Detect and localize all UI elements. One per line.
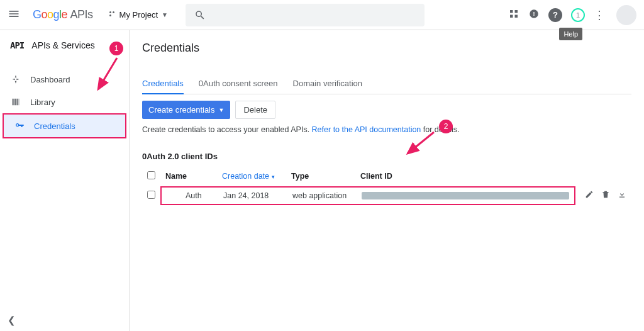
more-vert-icon[interactable]: ⋮ — [594, 8, 605, 22]
svg-point-1 — [113, 11, 114, 13]
sort-desc-icon: ▾ — [272, 174, 275, 180]
account-badge[interactable]: 1 — [571, 8, 585, 22]
annotation-badge-2: 2 — [439, 120, 453, 133]
oauth-section-title: 0Auth 2.0 client IDs — [142, 152, 631, 161]
chevron-down-icon: ▼ — [162, 11, 168, 18]
svg-point-2 — [109, 14, 111, 16]
help-tooltip: Help — [559, 28, 582, 40]
svg-text:!: ! — [533, 11, 535, 17]
svg-line-5 — [98, 58, 117, 89]
key-icon — [14, 121, 25, 131]
library-icon — [10, 97, 21, 107]
col-created-sort[interactable]: Creation date ▾ — [217, 167, 286, 185]
tab-credentials[interactable]: Credentials — [142, 74, 184, 94]
api-logo-icon: API — [10, 40, 24, 50]
help-icon[interactable]: ? — [548, 8, 562, 22]
sidebar-item-label: Dashboard — [30, 75, 70, 84]
page-title: Credentials — [142, 42, 631, 55]
header-right-actions: ! ? 1 ⋮ — [508, 5, 636, 25]
cell-client-id — [362, 191, 569, 200]
chevron-down-icon: ▼ — [219, 107, 225, 113]
tab-oauth-consent[interactable]: 0Auth consent screen — [199, 74, 278, 94]
cell-name: Auth — [167, 191, 223, 200]
svg-point-0 — [109, 11, 111, 13]
project-selector[interactable]: My Project ▼ — [103, 10, 168, 20]
project-dots-icon — [108, 10, 116, 20]
delete-button[interactable]: Delete — [235, 101, 275, 119]
project-name: My Project — [119, 10, 158, 20]
table-row[interactable]: Auth Jan 24, 2018 web application — [142, 185, 631, 206]
select-all-checkbox[interactable] — [147, 171, 155, 179]
google-logo: Google APIs — [33, 8, 93, 21]
annotation-badge-1: 1 — [109, 42, 123, 55]
col-client-id: Client ID — [355, 167, 575, 185]
svg-line-6 — [408, 132, 434, 154]
top-header: Google APIs My Project ▼ ! ? 1 ⋮ — [0, 0, 644, 30]
sidebar-title: APIs & Services — [31, 40, 94, 50]
avatar[interactable] — [616, 5, 636, 25]
col-name: Name — [160, 167, 217, 185]
collapse-sidebar-button[interactable]: ❮ — [8, 315, 16, 326]
hint-text: Create credentials to access your enable… — [142, 125, 631, 134]
notifications-icon[interactable]: ! — [528, 8, 540, 21]
cell-type: web application — [292, 191, 362, 200]
tab-domain-verification[interactable]: Domain verification — [293, 74, 363, 94]
sidebar-item-label: Credentials — [34, 121, 75, 131]
sidebar-item-label: Library — [30, 98, 55, 107]
gift-icon[interactable] — [508, 8, 519, 21]
edit-icon[interactable] — [585, 190, 594, 201]
main-content: Credentials Credentials 0Auth consent sc… — [130, 30, 644, 331]
search-input[interactable] — [186, 4, 425, 26]
row-checkbox[interactable] — [147, 191, 155, 199]
dashboard-icon — [10, 74, 21, 84]
oauth-client-table: Name Creation date ▾ Type Client ID Auth… — [142, 167, 631, 206]
download-icon[interactable] — [618, 190, 626, 201]
delete-icon[interactable] — [601, 190, 610, 201]
search-icon — [194, 9, 206, 21]
col-type: Type — [286, 167, 355, 185]
tabs: Credentials 0Auth consent screen Domain … — [142, 74, 631, 94]
hamburger-menu-icon[interactable] — [8, 8, 23, 23]
create-credentials-button[interactable]: Create credentials ▼ — [142, 101, 230, 119]
annotation-arrow-1 — [92, 54, 123, 98]
action-row: Create credentials ▼ Delete — [142, 101, 631, 119]
cell-created: Jan 24, 2018 — [223, 191, 292, 200]
sidebar-item-credentials[interactable]: Credentials — [3, 113, 126, 138]
annotation-arrow-2 — [402, 128, 440, 160]
